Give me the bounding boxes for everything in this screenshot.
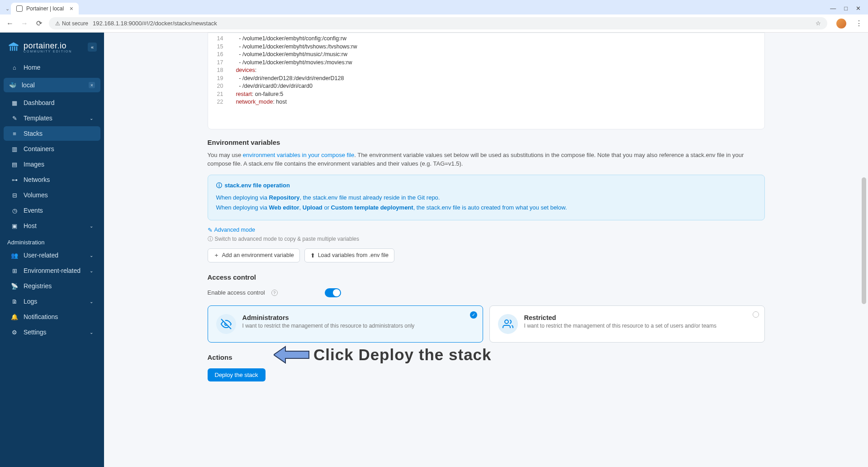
card-desc: I want to restrict the management of thi…	[242, 323, 415, 329]
sidebar-label: Settings	[24, 329, 47, 336]
maximize-icon[interactable]: □	[844, 5, 848, 12]
sidebar-label: Registries	[24, 282, 52, 290]
env-name: local	[22, 81, 35, 89]
sidebar-item-dashboard[interactable]: ▦Dashboard	[4, 95, 100, 110]
gear-icon: ⚙	[11, 329, 18, 336]
sidebar-label: Host	[24, 222, 37, 229]
sidebar-label: Images	[24, 161, 44, 168]
chevron-down-icon: ⌄	[90, 299, 93, 304]
users-icon: 👥	[11, 252, 18, 259]
profile-avatar[interactable]	[836, 19, 846, 29]
env-help-text: You may use environment variables in you…	[201, 151, 771, 175]
sidebar-item-user-related[interactable]: 👥User-related⌄	[4, 248, 100, 262]
card-desc: I want to restrict the management of thi…	[524, 323, 717, 329]
window-controls: — □ ✕	[830, 5, 864, 14]
sidebar-item-settings[interactable]: ⚙Settings⌄	[4, 325, 100, 339]
sidebar-item-registries[interactable]: 📡Registries	[4, 279, 100, 293]
kebab-menu-icon[interactable]: ⋮	[855, 19, 863, 28]
load-env-file-button[interactable]: ⬆Load variables from .env file	[304, 248, 394, 262]
sidebar-item-host[interactable]: ▣Host⌄	[4, 219, 100, 233]
scrollbar-track[interactable]	[861, 33, 867, 467]
sidebar-item-events[interactable]: ◷Events	[4, 203, 100, 218]
networks-icon: ⊶	[11, 176, 18, 183]
docker-icon: 🐳	[9, 82, 16, 89]
radio-unchecked-icon	[753, 311, 759, 318]
forward-icon: →	[20, 19, 29, 28]
home-icon: ⌂	[11, 64, 18, 71]
sidebar-label: User-related	[24, 252, 58, 259]
tab-title: Portainer | local	[26, 5, 64, 12]
sidebar-label: Events	[24, 207, 43, 214]
scrollbar-thumb[interactable]	[862, 177, 866, 304]
access-card-administrators[interactable]: Administrators I want to restrict the ma…	[208, 305, 483, 343]
sidebar-item-volumes[interactable]: ⊟Volumes	[4, 188, 100, 202]
host-icon: ▣	[11, 223, 18, 229]
sidebar-item-logs[interactable]: 🗎Logs⌄	[4, 294, 100, 309]
main-content: 14 - /volume1/docker/embyht/config:/conf…	[104, 33, 868, 467]
advanced-mode-hint: ⓘ Switch to advanced mode to copy & past…	[201, 235, 771, 248]
access-section-title: Access control	[201, 273, 771, 286]
stackenv-info-card: ⓘ stack.env file operation When deployin…	[208, 175, 765, 220]
browser-toolbar: ← → ⟳ ⚠ Not secure 192.168.1.18:9000/#!/…	[0, 14, 868, 33]
sidebar-collapse-button[interactable]: «	[88, 43, 97, 52]
containers-icon: ▥	[11, 146, 18, 152]
dashboard-icon: ▦	[11, 100, 18, 106]
sidebar-item-networks[interactable]: ⊶Networks	[4, 172, 100, 187]
sidebar-logo: portainer.io COMMUNITY EDITION «	[0, 37, 104, 60]
env-help-link[interactable]: environment variables in your compose fi…	[243, 152, 354, 158]
sidebar-item-images[interactable]: ▤Images	[4, 157, 100, 172]
browser-tab[interactable]: Portainer | local ×	[11, 3, 79, 14]
url-text: 192.168.1.18:9000/#!/2/docker/stacks/new…	[93, 20, 217, 27]
sidebar-label: Notifications	[24, 313, 58, 320]
env-section-title: Environment variables	[201, 138, 771, 151]
users-group-icon	[498, 314, 518, 334]
address-bar[interactable]: ⚠ Not secure 192.168.1.18:9000/#!/2/dock…	[49, 17, 827, 29]
tab-dropdown-icon[interactable]: ⌄	[4, 6, 11, 14]
access-card-restricted[interactable]: Restricted I want to restrict the manage…	[489, 305, 765, 343]
sidebar-item-notifications[interactable]: 🔔Notifications	[4, 310, 100, 324]
browser-tab-strip: ⌄ Portainer | local × — □ ✕	[0, 0, 868, 14]
help-icon[interactable]: ?	[271, 290, 278, 296]
portainer-logo-icon	[7, 41, 20, 53]
bell-icon: 🔔	[11, 314, 18, 320]
close-window-icon[interactable]: ✕	[856, 5, 861, 12]
info-icon: ⓘ	[208, 235, 213, 243]
sidebar-label: Volumes	[24, 191, 48, 199]
registries-icon: 📡	[11, 283, 18, 290]
sidebar-item-env-related[interactable]: ⊞Environment-related⌄	[4, 263, 100, 278]
sidebar-item-stacks[interactable]: ≡Stacks	[4, 126, 100, 141]
sidebar-environment-badge[interactable]: 🐳 local ×	[4, 78, 100, 92]
warning-icon: ⚠	[55, 20, 60, 27]
back-icon[interactable]: ←	[5, 19, 14, 28]
sidebar-item-containers[interactable]: ▥Containers	[4, 142, 100, 156]
chevron-down-icon: ⌄	[90, 116, 93, 121]
info-line-2: When deploying via Web editor, Upload or…	[216, 203, 756, 212]
sidebar-item-home[interactable]: ⌂ Home	[4, 60, 100, 75]
tab-close-icon[interactable]: ×	[70, 5, 73, 12]
deploy-stack-button[interactable]: Deploy the stack	[208, 368, 266, 381]
info-line-1: When deploying via Repository, the stack…	[216, 193, 756, 202]
reload-icon[interactable]: ⟳	[34, 19, 43, 28]
bookmark-star-icon[interactable]: ☆	[816, 20, 821, 27]
access-toggle[interactable]	[325, 288, 341, 297]
sidebar-label: Dashboard	[24, 99, 55, 106]
code-editor[interactable]: 14 - /volume1/docker/embyht/config:/conf…	[208, 33, 765, 129]
not-secure-badge[interactable]: ⚠ Not secure	[55, 20, 88, 27]
minimize-icon[interactable]: —	[830, 5, 836, 12]
templates-icon: ✎	[11, 115, 18, 122]
favicon-icon	[16, 5, 23, 12]
sidebar: portainer.io COMMUNITY EDITION « ⌂ Home …	[0, 33, 104, 467]
advanced-mode-link[interactable]: ✎Advanced mode	[208, 227, 255, 234]
env-close-icon[interactable]: ×	[89, 82, 95, 88]
card-title: Administrators	[242, 314, 415, 321]
sidebar-label: Home	[24, 64, 40, 71]
plus-icon: ＋	[213, 252, 219, 259]
logo-subtitle: COMMUNITY EDITION	[24, 50, 72, 53]
sidebar-item-templates[interactable]: ✎Templates⌄	[4, 111, 100, 125]
chevron-down-icon: ⌄	[90, 253, 93, 258]
sidebar-label: Stacks	[24, 130, 43, 137]
add-env-var-button[interactable]: ＋Add an environment variable	[208, 248, 300, 262]
sidebar-label: Networks	[24, 176, 50, 183]
sidebar-label: Environment-related	[24, 267, 81, 274]
logs-icon: 🗎	[11, 298, 18, 305]
